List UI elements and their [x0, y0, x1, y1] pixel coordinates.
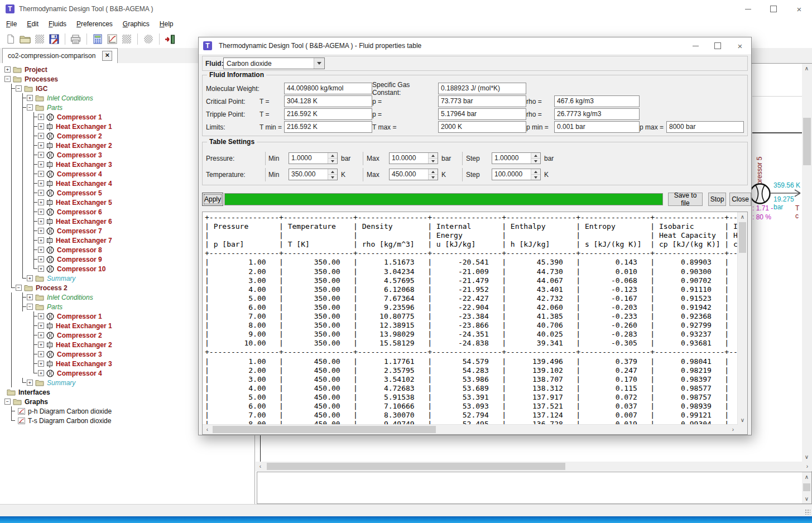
collapse-icon[interactable]: − — [4, 76, 11, 82]
molecular-weight-field[interactable]: 44.009800 kg/kmol — [284, 83, 372, 94]
scroll-down-icon[interactable]: ∨ — [738, 415, 747, 425]
toolbar-diagram-button[interactable] — [105, 32, 119, 46]
expand-icon[interactable]: + — [38, 370, 44, 376]
scroll-left-icon[interactable]: ‹ — [203, 425, 212, 434]
menu-edit[interactable]: Edit — [22, 18, 44, 30]
menu-fluids[interactable]: Fluids — [44, 18, 71, 30]
expand-icon[interactable]: + — [27, 275, 33, 281]
fluid-select[interactable]: Carbon dioxide — [223, 57, 325, 69]
collapse-icon[interactable]: − — [27, 104, 33, 111]
toolbar-fluid-table-button[interactable] — [90, 32, 104, 46]
expand-icon[interactable]: + — [38, 199, 44, 205]
expand-icon[interactable]: + — [38, 237, 44, 243]
spin-down-icon[interactable] — [531, 174, 540, 180]
scroll-up-icon[interactable]: ∧ — [802, 64, 811, 73]
critical-temperature-field[interactable]: 304.128 K — [284, 95, 372, 107]
menu-preferences[interactable]: Preferences — [71, 18, 118, 30]
scroll-down-icon[interactable]: ∨ — [802, 494, 811, 503]
collapse-icon[interactable]: − — [16, 85, 22, 92]
expand-icon[interactable]: + — [38, 266, 44, 272]
expand-icon[interactable]: + — [38, 361, 44, 367]
temperature-step-stepper[interactable]: 100.0000 — [492, 169, 541, 180]
expand-icon[interactable]: + — [38, 180, 44, 186]
temperature-min-stepper[interactable]: 350.000 — [289, 169, 338, 180]
expand-icon[interactable]: + — [38, 256, 44, 262]
toolbar-exit-button[interactable] — [163, 32, 177, 46]
scroll-left-icon[interactable]: ‹ — [256, 462, 265, 471]
scroll-up-icon[interactable]: ∧ — [738, 212, 747, 222]
close-button[interactable]: Close — [729, 193, 751, 206]
pressure-min-stepper[interactable]: 1.0000 — [289, 152, 338, 164]
tab-co2-compression-comparison[interactable]: co2-compression-comparison × — [2, 48, 118, 64]
spin-down-icon[interactable] — [328, 174, 337, 180]
minimize-button[interactable] — [735, 0, 761, 18]
expand-icon[interactable]: + — [38, 351, 44, 357]
expand-icon[interactable]: + — [38, 114, 44, 120]
menu-help[interactable]: Help — [155, 18, 179, 30]
spin-up-icon[interactable] — [429, 153, 438, 158]
expand-icon[interactable]: + — [38, 247, 44, 253]
resize-grip[interactable] — [805, 509, 810, 515]
tmin-field[interactable]: 216.592 K — [284, 121, 372, 133]
expand-icon[interactable]: + — [38, 152, 44, 158]
dialog-minimize-button[interactable] — [684, 37, 707, 54]
toolbar-new-file-button[interactable] — [3, 32, 17, 46]
tab-close-icon[interactable]: × — [102, 51, 112, 61]
expand-icon[interactable]: + — [38, 142, 44, 148]
toolbar-save-button[interactable] — [47, 32, 61, 46]
table-horizontal-scrollbar[interactable]: ‹ › — [203, 424, 738, 434]
expand-icon[interactable]: + — [27, 294, 33, 300]
apply-button[interactable]: Apply — [202, 193, 223, 206]
expand-icon[interactable]: + — [38, 218, 44, 224]
spin-up-icon[interactable] — [328, 153, 337, 158]
scroll-down-icon[interactable]: ∨ — [802, 452, 811, 462]
expand-icon[interactable]: + — [38, 313, 44, 319]
pmin-field[interactable]: 0.001 bar — [554, 121, 640, 133]
maximize-button[interactable] — [761, 0, 786, 18]
canvas-vertical-scrollbar[interactable]: ∧ ∨ — [802, 64, 812, 462]
expand-icon[interactable]: + — [38, 209, 44, 215]
scrollbar-thumb[interactable] — [739, 222, 746, 253]
specific-gas-constant-field[interactable]: 0.188923 J/ (mol*K) — [438, 83, 526, 94]
spin-down-icon[interactable] — [429, 174, 438, 180]
pressure-max-stepper[interactable]: 10.0000 — [389, 152, 438, 164]
pressure-step-stepper[interactable]: 1.00000 — [492, 152, 541, 164]
tripple-pressure-field[interactable]: 5.17964 bar — [438, 108, 526, 120]
expand-icon[interactable]: + — [38, 342, 44, 348]
spin-up-icon[interactable] — [531, 153, 540, 158]
table-vertical-scrollbar[interactable]: ∧ ∨ — [737, 212, 747, 425]
critical-pressure-field[interactable]: 73.773 bar — [438, 95, 526, 107]
expand-icon[interactable]: + — [38, 228, 44, 234]
tmax-field[interactable]: 2000 K — [438, 121, 526, 133]
tripple-temperature-field[interactable]: 216.592 K — [284, 108, 372, 120]
expand-icon[interactable]: + — [38, 190, 44, 196]
expand-icon[interactable]: + — [38, 123, 44, 129]
toolbar-open-folder-button[interactable] — [18, 32, 32, 46]
temperature-max-stepper[interactable]: 450.000 — [389, 169, 438, 180]
expand-icon[interactable]: + — [38, 332, 44, 338]
close-button[interactable]: × — [786, 0, 812, 18]
stop-button[interactable]: Stop — [708, 193, 726, 206]
expand-icon[interactable]: + — [27, 95, 33, 101]
toolbar-print-button[interactable] — [69, 32, 83, 46]
canvas-horizontal-scrollbar[interactable]: ‹ › — [256, 462, 812, 471]
spin-down-icon[interactable] — [531, 158, 540, 164]
scrollbar-thumb[interactable] — [213, 426, 436, 433]
menu-file[interactable]: File — [1, 18, 22, 30]
spin-up-icon[interactable] — [531, 169, 540, 174]
spin-down-icon[interactable] — [429, 158, 438, 164]
scrollbar-thumb[interactable] — [803, 118, 811, 165]
collapse-icon[interactable]: − — [4, 399, 11, 405]
chevron-down-icon[interactable] — [314, 58, 324, 69]
expand-icon[interactable]: + — [38, 161, 44, 167]
message-panel-scrollbar[interactable]: ∧ ∨ — [802, 472, 811, 503]
expand-icon[interactable]: + — [27, 380, 33, 386]
expand-icon[interactable]: + — [4, 66, 11, 73]
pmax-field[interactable]: 8000 bar — [666, 121, 744, 133]
spin-down-icon[interactable] — [328, 158, 337, 164]
menu-graphics[interactable]: Graphics — [118, 18, 155, 30]
compressor-symbol[interactable] — [749, 183, 771, 205]
scroll-right-icon[interactable]: › — [803, 462, 812, 471]
collapse-icon[interactable]: − — [27, 304, 33, 310]
scroll-up-icon[interactable]: ∧ — [802, 472, 811, 482]
